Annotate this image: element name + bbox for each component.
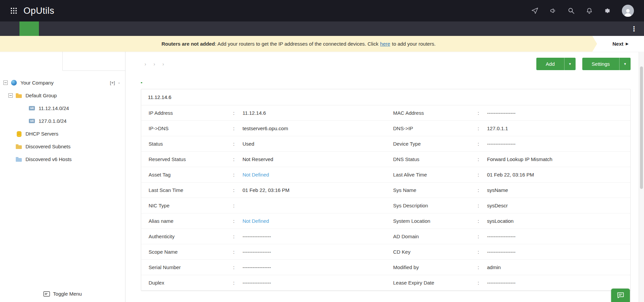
detail-colon: : xyxy=(478,187,487,193)
breadcrumb-item[interactable] xyxy=(159,61,168,67)
detail-row: CD Key : ----------------- xyxy=(386,244,630,260)
detail-label: Duplex xyxy=(149,280,233,286)
detail-value: Used xyxy=(243,141,254,147)
detail-value: 01 Feb 22, 03:16 PM xyxy=(487,172,534,178)
detail-colon: : xyxy=(478,141,487,147)
nav-overflow-menu-icon[interactable]: ⋮ xyxy=(624,21,644,36)
detail-value: testserver6.opu.com xyxy=(243,125,288,131)
detail-colon: : xyxy=(233,249,243,255)
tree-expander-icon[interactable] xyxy=(8,93,13,98)
tree-item[interactable]: 11.12.14.0/24 xyxy=(0,102,125,114)
detail-value: ----------------- xyxy=(487,280,516,286)
detail-label: IP Address xyxy=(149,110,233,116)
detail-value[interactable]: Not Defined xyxy=(243,218,269,224)
detail-label: Scope Name xyxy=(149,249,233,255)
top-header: OpUtils xyxy=(0,0,644,21)
tree-item[interactable]: DHCP Servers xyxy=(0,127,125,140)
paper-plane-icon[interactable] xyxy=(531,7,539,14)
nav-item[interactable] xyxy=(39,21,58,36)
add-button[interactable]: Add xyxy=(536,58,564,70)
nav-item[interactable] xyxy=(97,21,117,36)
tree-node-icon xyxy=(29,118,36,124)
breadcrumb-item[interactable] xyxy=(141,61,150,67)
settings-button[interactable]: Settings xyxy=(582,58,619,70)
detail-row: NIC Type : xyxy=(141,198,386,213)
detail-label: DNS Status xyxy=(393,156,478,162)
network-tree: Your Company [+] - Default Group xyxy=(0,71,125,165)
content-tab[interactable] xyxy=(152,75,154,83)
detail-label: Asset Tag xyxy=(149,172,233,178)
toggle-menu-button[interactable]: Toggle Menu xyxy=(0,291,125,297)
content-tab[interactable] xyxy=(164,75,165,83)
apps-grid-icon[interactable] xyxy=(10,7,17,14)
detail-colon: : xyxy=(233,156,243,162)
scrollbar-thumb[interactable] xyxy=(640,66,643,189)
tree-add-control[interactable]: [+] xyxy=(110,80,115,85)
nav-item[interactable] xyxy=(117,21,136,36)
nav-item[interactable] xyxy=(19,21,39,36)
tree-node-icon xyxy=(16,156,22,162)
detail-label: Last Scan Time xyxy=(149,187,233,193)
detail-row: Serial Number : ----------------- xyxy=(141,260,386,275)
tree-node-icon xyxy=(16,131,22,137)
settings-dropdown-caret-icon[interactable]: ▾ xyxy=(619,58,631,70)
detail-colon: : xyxy=(233,110,243,116)
detail-value: sysDescr xyxy=(487,203,508,208)
detail-colon: : xyxy=(233,203,243,208)
chat-feedback-button[interactable] xyxy=(611,289,630,302)
tree-item[interactable]: Discovered Subnets xyxy=(0,140,125,153)
detail-label: Last Alive Time xyxy=(393,172,478,178)
detail-value[interactable]: Not Defined xyxy=(243,172,269,178)
tree-item[interactable]: 127.0.1.0/24 xyxy=(0,114,125,127)
tree-item-label: Default Group xyxy=(25,93,57,98)
gear-icon[interactable] xyxy=(604,7,611,14)
megaphone-icon[interactable] xyxy=(549,7,557,14)
tree-item-label: Discovered v6 Hosts xyxy=(25,156,72,162)
tree-item-controls: [+] - xyxy=(110,80,125,85)
tree-collapse-control[interactable]: - xyxy=(118,80,120,85)
detail-colon: : xyxy=(233,218,243,224)
detail-value: ----------------- xyxy=(243,249,271,255)
detail-value: ----------------- xyxy=(243,280,271,286)
detail-value: Forward Lookup IP Mismatch xyxy=(487,156,552,162)
nav-item[interactable] xyxy=(0,21,19,36)
tree-item[interactable]: Default Group xyxy=(0,89,125,102)
detail-row: MAC Address : ----------------- xyxy=(386,105,630,121)
add-dropdown-caret-icon[interactable]: ▾ xyxy=(564,58,576,70)
tree-item[interactable]: Your Company [+] - xyxy=(0,76,125,89)
detail-label: Lease Expiry Date xyxy=(393,280,478,286)
nav-item[interactable] xyxy=(58,21,78,36)
sidebar-view-tab[interactable] xyxy=(0,52,63,71)
tree-node-icon xyxy=(29,105,36,111)
detail-label: Serial Number xyxy=(149,264,233,270)
detail-label: MAC Address xyxy=(393,110,478,116)
bell-icon[interactable] xyxy=(586,7,593,14)
tree-item[interactable]: Discovered v6 Hosts xyxy=(0,153,125,165)
nav-item[interactable] xyxy=(78,21,97,36)
search-icon[interactable] xyxy=(568,7,575,14)
detail-row: Modified by : admin xyxy=(386,260,630,275)
tree-expander-icon[interactable] xyxy=(3,81,8,85)
detail-value: ----------------- xyxy=(243,234,271,239)
sidebar-view-tab[interactable] xyxy=(63,52,125,71)
tree-node-icon xyxy=(16,144,22,149)
detail-value: 11.12.14.6 xyxy=(243,110,266,116)
content-tab[interactable] xyxy=(141,75,142,83)
banner-bold-text: Routers are not added xyxy=(161,41,215,47)
nav-item[interactable] xyxy=(156,21,175,36)
tree-item-label: DHCP Servers xyxy=(25,131,58,137)
detail-value: ----------------- xyxy=(487,110,516,116)
vertical-scrollbar[interactable] xyxy=(639,52,644,302)
detail-colon: : xyxy=(233,234,243,239)
tree-item-label: Discovered Subnets xyxy=(25,144,70,149)
detail-colon: : xyxy=(478,156,487,162)
next-button[interactable]: Next ▶ xyxy=(597,36,644,52)
nav-item[interactable] xyxy=(136,21,156,36)
add-routers-link[interactable]: here xyxy=(380,41,390,47)
user-avatar[interactable] xyxy=(622,5,634,17)
router-warning-message: Routers are not added: Add your routers … xyxy=(0,36,597,52)
detail-colon: : xyxy=(478,234,487,239)
breadcrumb-item[interactable] xyxy=(150,61,159,67)
details-column-left: IP Address : 11.12.14.6 IP->DNS : testse… xyxy=(141,105,386,291)
detail-label: Status xyxy=(149,141,233,147)
